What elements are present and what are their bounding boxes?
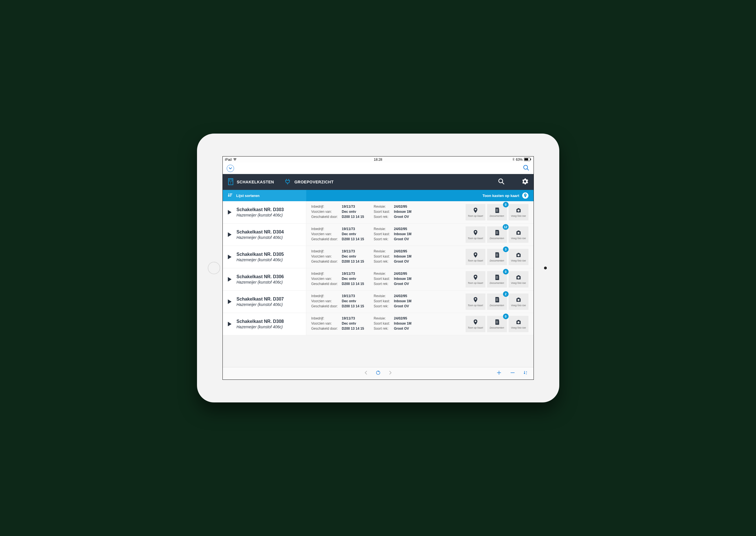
show-on-map-action[interactable]: Toon op kaart bbox=[465, 226, 485, 243]
row-expand[interactable]: Schakelkast NR. D308 Hazemeijer (kunstof… bbox=[223, 313, 306, 335]
row-title: Schakelkast NR. D306 bbox=[237, 274, 284, 279]
add-photo-action[interactable]: Voeg foto toe bbox=[509, 271, 529, 287]
svg-text:a: a bbox=[526, 371, 527, 373]
label-soort-rek: Soort rek: bbox=[374, 215, 390, 219]
svg-line-4 bbox=[527, 169, 529, 170]
toolbar: Lijst sorteren Toon kasten op kaart bbox=[223, 190, 533, 201]
camera-icon bbox=[515, 252, 522, 258]
settings-button[interactable] bbox=[522, 178, 529, 186]
add-photo-action[interactable]: Voeg foto toe bbox=[509, 316, 529, 332]
app-screen: iPad 18:28 63% bbox=[223, 156, 534, 380]
list-container[interactable]: Schakelkast NR. D303 Hazemeijer (kunstof… bbox=[223, 201, 533, 367]
camera-icon bbox=[515, 229, 522, 236]
ipad-frame: iPad 18:28 63% bbox=[197, 134, 559, 402]
svg-rect-1 bbox=[524, 158, 528, 160]
label-soort-kast: Soort kast: bbox=[374, 254, 390, 258]
row-actions: Toon op kaart Documenten 12 Voeg foto to… bbox=[465, 223, 533, 246]
label-inbedrijf: Inbedrijf: bbox=[311, 317, 338, 320]
wifi-icon bbox=[233, 158, 237, 162]
label-voorzien: Voorzien van: bbox=[311, 210, 338, 214]
documents-action[interactable]: Documenten 3 bbox=[487, 249, 507, 265]
show-on-map-action[interactable]: Toon op kaart bbox=[465, 316, 485, 332]
list-item: Schakelkast NR. D304 Hazemeijer (kunstof… bbox=[223, 223, 533, 246]
label-soort-kast: Soort kast: bbox=[374, 299, 390, 303]
status-time: 18:28 bbox=[374, 158, 382, 162]
row-actions: Toon op kaart Documenten 2 Voeg foto toe bbox=[465, 291, 533, 313]
row-expand[interactable]: Schakelkast NR. D306 Hazemeijer (kunstof… bbox=[223, 268, 306, 290]
svg-rect-2 bbox=[531, 158, 531, 160]
tab-label: SCHAKELKASTEN bbox=[237, 180, 274, 184]
row-title: Schakelkast NR. D305 bbox=[237, 252, 284, 257]
nav-back-button[interactable] bbox=[364, 370, 368, 376]
document-icon bbox=[494, 252, 500, 258]
row-expand[interactable]: Schakelkast NR. D305 Hazemeijer (kunstof… bbox=[223, 246, 306, 268]
show-on-map-action[interactable]: Toon op kaart bbox=[465, 204, 485, 220]
add-photo-action[interactable]: Voeg foto toe bbox=[509, 249, 529, 265]
tab-groepoverzicht[interactable]: GROEPOVERZICHT bbox=[284, 178, 333, 186]
list-item: Schakelkast NR. D308 Hazemeijer (kunstof… bbox=[223, 313, 533, 335]
label-geschakeld: Geschakeld door: bbox=[311, 304, 338, 308]
label-inbedrijf: Inbedrijf: bbox=[311, 272, 338, 276]
battery-text: 63% bbox=[516, 158, 523, 162]
documents-action[interactable]: Documenten 2 bbox=[487, 293, 507, 310]
row-subtitle: Hazemeijer (kunstof 406c) bbox=[237, 324, 284, 329]
search-button[interactable] bbox=[523, 164, 530, 172]
sort-az-button[interactable]: az bbox=[523, 370, 529, 377]
row-actions: Toon op kaart Documenten 0 Voeg foto toe bbox=[465, 201, 533, 223]
row-details: Inbedrijf:19/11/73 Voorzien van:Dec ontv… bbox=[306, 246, 465, 268]
row-title: Schakelkast NR. D304 bbox=[237, 229, 284, 235]
show-on-map-button[interactable]: Toon kasten op kaart bbox=[477, 192, 533, 199]
sort-label: Lijst sorteren bbox=[236, 193, 259, 198]
docs-badge: 0 bbox=[503, 314, 509, 319]
label-soort-kast: Soort kast: bbox=[374, 277, 390, 281]
label-geschakeld: Geschakeld door: bbox=[311, 326, 338, 330]
remove-button[interactable] bbox=[510, 370, 515, 377]
header-search-button[interactable] bbox=[498, 178, 505, 186]
tab-label: GROEPOVERZICHT bbox=[294, 180, 333, 184]
show-on-map-action[interactable]: Toon op kaart bbox=[465, 293, 485, 310]
docs-badge: 2 bbox=[503, 291, 509, 297]
tab-schakelkasten[interactable]: SCHAKELKASTEN bbox=[228, 178, 274, 186]
row-expand[interactable]: Schakelkast NR. D304 Hazemeijer (kunstof… bbox=[223, 223, 306, 246]
row-expand[interactable]: Schakelkast NR. D307 Hazemeijer (kunstof… bbox=[223, 291, 306, 313]
show-on-map-action[interactable]: Toon op kaart bbox=[465, 249, 485, 265]
row-actions: Toon op kaart Documenten 0 Voeg foto toe bbox=[465, 268, 533, 290]
svg-rect-6 bbox=[229, 180, 232, 181]
list-item: Schakelkast NR. D306 Hazemeijer (kunstof… bbox=[223, 268, 533, 291]
docs-badge: 3 bbox=[503, 247, 509, 252]
camera-icon bbox=[515, 297, 522, 303]
label-soort-kast: Soort kast: bbox=[374, 232, 390, 236]
expand-down-button[interactable] bbox=[227, 165, 234, 172]
row-expand[interactable]: Schakelkast NR. D303 Hazemeijer (kunstof… bbox=[223, 201, 306, 223]
add-photo-action[interactable]: Voeg foto toe bbox=[509, 226, 529, 243]
label-revisie: Revisie: bbox=[374, 317, 390, 320]
sort-button[interactable]: Lijst sorteren bbox=[223, 190, 306, 201]
show-on-map-action[interactable]: Toon op kaart bbox=[465, 271, 485, 287]
sort-icon bbox=[228, 193, 232, 198]
row-details: Inbedrijf:19/11/73 Voorzien van:Dec ontv… bbox=[306, 223, 465, 246]
documents-action[interactable]: Documenten 0 bbox=[487, 316, 507, 332]
refresh-button[interactable] bbox=[376, 370, 381, 377]
row-details: Inbedrijf:19/11/73 Voorzien van:Dec ontv… bbox=[306, 268, 465, 290]
footer-toolbar: az bbox=[223, 367, 533, 380]
documents-action[interactable]: Documenten 0 bbox=[487, 271, 507, 287]
label-inbedrijf: Inbedrijf: bbox=[311, 249, 338, 253]
browser-toolbar bbox=[223, 163, 533, 174]
document-icon bbox=[494, 207, 500, 214]
row-title: Schakelkast NR. D303 bbox=[237, 207, 284, 212]
nav-forward-button[interactable] bbox=[389, 370, 392, 376]
label-voorzien: Voorzien van: bbox=[311, 277, 338, 281]
documents-action[interactable]: Documenten 12 bbox=[487, 226, 507, 243]
label-revisie: Revisie: bbox=[374, 249, 390, 253]
home-button[interactable] bbox=[208, 262, 220, 274]
add-photo-action[interactable]: Voeg foto toe bbox=[509, 204, 529, 220]
row-title: Schakelkast NR. D308 bbox=[237, 319, 284, 324]
add-photo-action[interactable]: Voeg foto toe bbox=[509, 293, 529, 310]
pin-icon bbox=[472, 207, 479, 214]
label-geschakeld: Geschakeld door: bbox=[311, 215, 338, 219]
add-button[interactable] bbox=[496, 370, 502, 377]
label-revisie: Revisie: bbox=[374, 272, 390, 276]
ios-status-bar: iPad 18:28 63% bbox=[223, 156, 533, 163]
document-icon bbox=[494, 297, 500, 303]
documents-action[interactable]: Documenten 0 bbox=[487, 204, 507, 220]
